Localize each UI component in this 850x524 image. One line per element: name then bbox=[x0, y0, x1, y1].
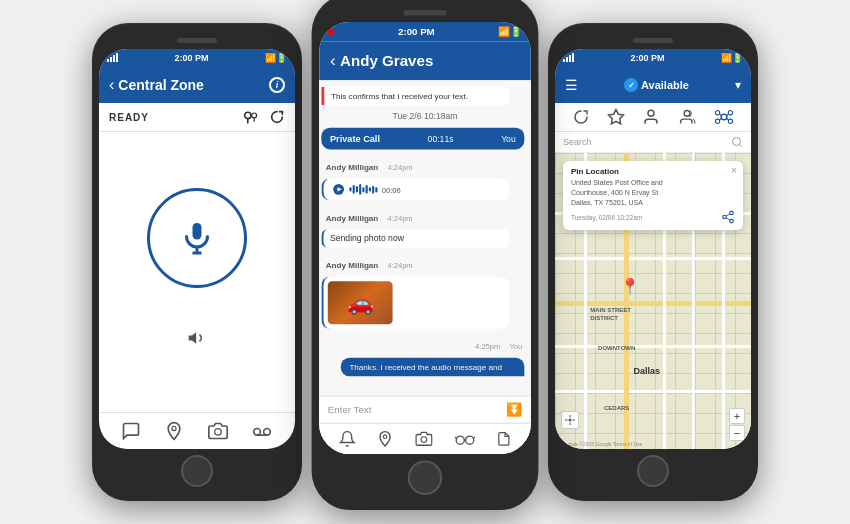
svg-line-34 bbox=[726, 218, 730, 220]
ptt-button[interactable] bbox=[147, 188, 247, 288]
location-pin-icon[interactable] bbox=[377, 430, 394, 447]
map-search-bar: Search bbox=[555, 132, 751, 153]
location-pin-icon[interactable] bbox=[164, 421, 184, 441]
ptt-header-title: Central Zone bbox=[118, 77, 204, 93]
svg-point-26 bbox=[716, 119, 720, 123]
chat-date-label: Tue 2/6 10:18am bbox=[319, 109, 531, 123]
svg-point-14 bbox=[421, 437, 427, 443]
map-label-main-street: MAIN STREETDISTRICT bbox=[590, 307, 631, 323]
available-text: Available bbox=[641, 79, 689, 91]
svg-line-35 bbox=[726, 214, 730, 216]
svg-line-33 bbox=[739, 144, 741, 146]
refresh-icon[interactable] bbox=[269, 109, 285, 125]
svg-line-29 bbox=[727, 114, 728, 115]
info-icon[interactable]: i bbox=[269, 77, 285, 93]
ptt-header: ‹ Central Zone i bbox=[99, 67, 295, 103]
status-time: 2:00 PM bbox=[174, 53, 208, 63]
svg-point-0 bbox=[245, 112, 251, 118]
status-signal bbox=[328, 26, 334, 37]
camera-icon[interactable] bbox=[415, 430, 432, 447]
chat-header-title: Andy Graves bbox=[340, 52, 433, 69]
network-icon[interactable] bbox=[714, 108, 734, 126]
svg-point-7 bbox=[214, 429, 221, 436]
photo-thumbnail bbox=[328, 281, 393, 324]
pin-popup-date: Tuesday, 02/06 10:22am bbox=[571, 214, 642, 221]
status-signal bbox=[563, 53, 574, 64]
svg-line-31 bbox=[727, 118, 728, 119]
pin-popup-title: Pin Location bbox=[571, 167, 735, 176]
document-icon[interactable] bbox=[496, 430, 511, 447]
call-message: Private Call 00:11s You bbox=[321, 128, 524, 150]
outgoing-message: Thanks. I received the audio message and bbox=[341, 358, 525, 376]
home-button[interactable] bbox=[181, 455, 213, 487]
status-signal bbox=[107, 53, 118, 64]
star-icon[interactable] bbox=[607, 108, 625, 126]
available-check-icon: ✓ bbox=[624, 78, 638, 92]
phone-speaker bbox=[633, 38, 673, 43]
svg-point-27 bbox=[729, 119, 733, 123]
share-icon[interactable] bbox=[721, 210, 735, 224]
camera-icon[interactable] bbox=[208, 421, 228, 441]
map-label-cedars: CEDARS bbox=[604, 405, 629, 411]
back-arrow-icon[interactable]: ‹ bbox=[330, 51, 336, 70]
map-pin[interactable]: 📍 bbox=[620, 277, 640, 296]
svg-point-8 bbox=[254, 429, 261, 436]
svg-marker-5 bbox=[189, 332, 197, 344]
svg-point-24 bbox=[716, 111, 720, 115]
chat-phone: 2:00 PM 📶🔋 ‹ Andy Graves This confirms t… bbox=[312, 0, 539, 510]
pin-popup-address: United States Post Office andCourthouse,… bbox=[571, 178, 735, 207]
location-group-icon[interactable] bbox=[241, 109, 261, 125]
map-controls: + − bbox=[729, 408, 745, 441]
zoom-in-button[interactable]: + bbox=[729, 408, 745, 424]
map-location-button[interactable] bbox=[561, 411, 579, 429]
svg-point-9 bbox=[264, 429, 271, 436]
map-phone-screen: 2:00 PM 📶🔋 ☰ ✓ Available ▾ bbox=[555, 49, 751, 449]
svg-point-22 bbox=[684, 111, 690, 117]
status-right-icons: 📶🔋 bbox=[265, 53, 287, 63]
svg-point-15 bbox=[456, 436, 464, 444]
ptt-main-area bbox=[99, 132, 295, 412]
scroll-down-icon[interactable]: ⏬ bbox=[506, 402, 522, 417]
chat-messages: This confirms that I received your text.… bbox=[319, 80, 531, 395]
phone-speaker bbox=[177, 38, 217, 43]
svg-point-6 bbox=[172, 426, 176, 430]
status-right-icons: 📶🔋 bbox=[721, 53, 743, 63]
home-button[interactable] bbox=[637, 455, 669, 487]
status-time: 2:00 PM bbox=[398, 26, 435, 37]
map-view[interactable]: Pin Location × United States Post Office… bbox=[555, 153, 751, 449]
svg-point-13 bbox=[384, 435, 388, 439]
voicemail-icon[interactable] bbox=[251, 421, 273, 441]
chat-incoming-msg: This confirms that I received your text. bbox=[321, 87, 509, 105]
map-header: ☰ ✓ Available ▾ bbox=[555, 67, 751, 103]
status-time: 2:00 PM bbox=[630, 53, 664, 63]
chat-input-bar: Enter Text ⏬ bbox=[319, 396, 531, 423]
svg-point-1 bbox=[252, 113, 257, 118]
bell-icon[interactable] bbox=[338, 430, 355, 447]
volume-icon[interactable] bbox=[185, 328, 209, 348]
svg-marker-20 bbox=[608, 110, 623, 124]
chat-bottom-bar bbox=[319, 423, 531, 454]
chat-icon[interactable] bbox=[121, 421, 141, 441]
home-button[interactable] bbox=[408, 460, 443, 495]
back-arrow-icon[interactable]: ‹ bbox=[109, 76, 114, 94]
zoom-out-button[interactable]: − bbox=[729, 425, 745, 441]
search-icon[interactable] bbox=[731, 136, 743, 148]
svg-line-28 bbox=[720, 114, 721, 115]
chat-phone-screen: 2:00 PM 📶🔋 ‹ Andy Graves This confirms t… bbox=[319, 22, 531, 454]
play-icon[interactable] bbox=[332, 183, 345, 196]
menu-icon[interactable]: ☰ bbox=[565, 77, 578, 93]
group-icon[interactable] bbox=[677, 108, 697, 126]
chat-input-placeholder[interactable]: Enter Text bbox=[328, 404, 506, 415]
pin-location-popup: Pin Location × United States Post Office… bbox=[563, 161, 743, 230]
chat-header: ‹ Andy Graves bbox=[319, 41, 531, 80]
refresh-icon[interactable] bbox=[572, 108, 590, 126]
ptt-bottom-bar bbox=[99, 412, 295, 449]
glasses-icon[interactable] bbox=[454, 430, 476, 447]
person-icon[interactable] bbox=[642, 108, 660, 126]
pin-popup-close-icon[interactable]: × bbox=[731, 165, 737, 176]
ready-bar: READY bbox=[99, 103, 295, 132]
chat-content: This confirms that I received your text.… bbox=[319, 80, 531, 454]
search-input[interactable]: Search bbox=[563, 137, 727, 147]
svg-point-25 bbox=[729, 111, 733, 115]
dropdown-icon[interactable]: ▾ bbox=[735, 78, 741, 92]
